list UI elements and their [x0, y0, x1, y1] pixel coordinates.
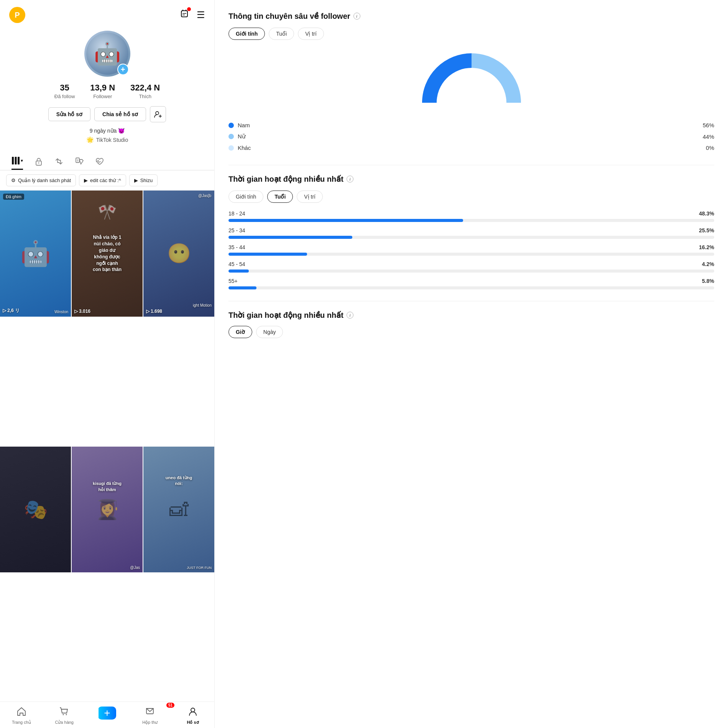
- shizu-button[interactable]: ▶ Shizu: [129, 174, 158, 186]
- activity-info-icon-1[interactable]: i: [347, 176, 353, 182]
- nav-create[interactable]: +: [86, 705, 129, 726]
- divider-2: [228, 301, 714, 301]
- age-range-55plus: 55+: [228, 278, 238, 284]
- activity-filter-age[interactable]: Tuổi: [267, 191, 293, 203]
- shop-label: Cửa hàng: [55, 720, 74, 725]
- activity-filter-gender[interactable]: Giới tính: [228, 191, 263, 203]
- video-cell-6[interactable]: uneo đã từng nói: JUST FOR FUN 🛋: [143, 447, 214, 573]
- add-friend-button[interactable]: [150, 106, 166, 122]
- tiktok-studio-link[interactable]: 🌟 TikTok Studio: [86, 136, 128, 143]
- age-range-45-54: 45 - 54: [228, 261, 245, 267]
- video-pinned-badge: Đã ghim: [3, 194, 24, 200]
- share-profile-button[interactable]: Chia sẻ hồ sơ: [94, 107, 146, 121]
- avatar-add-button[interactable]: +: [117, 64, 129, 75]
- menu-icon[interactable]: ☰: [197, 10, 205, 20]
- age-header-25-34: 25 - 34 25.5%: [228, 227, 714, 233]
- follower-filter-tabs: Giới tính Tuổi Vị trí: [228, 28, 714, 40]
- activity-info-icon-2[interactable]: i: [347, 312, 353, 319]
- age-row-45-54: 45 - 54 4.2%: [228, 261, 714, 273]
- profile-label: Hồ sơ: [187, 720, 199, 725]
- age-pct-18-24: 48.3%: [699, 210, 714, 217]
- bar-track-55plus: [228, 286, 714, 289]
- tabs-row: ▾: [0, 153, 214, 171]
- bar-fill-25-34: [228, 236, 352, 239]
- video-cell-1[interactable]: Đã ghim ▷2,6 リ Winston 🤖: [0, 191, 71, 317]
- male-label: Nam: [238, 122, 250, 128]
- filter-age[interactable]: Tuổi: [269, 28, 294, 40]
- video-cell-4[interactable]: 🎭: [0, 447, 71, 573]
- time-filter-tabs: Giờ Ngày: [228, 326, 714, 338]
- followers-value: 13,9 N: [90, 83, 115, 93]
- filter-gender[interactable]: Giới tính: [228, 28, 265, 40]
- video-overlay-2: Nhả vía lớp 1 nùi cháo, có giáo dư không…: [89, 234, 125, 273]
- nav-home[interactable]: Trang chủ: [0, 705, 43, 726]
- svg-point-16: [62, 714, 64, 715]
- edit-profile-button[interactable]: Sửa hồ sơ: [48, 107, 90, 121]
- edit-button[interactable]: ▶ edit các thứ :^: [79, 174, 126, 186]
- tab-liked[interactable]: [95, 153, 104, 169]
- bio-text: 9 ngày nữa 😈: [90, 128, 125, 134]
- inbox-badge: 51: [166, 703, 174, 708]
- profile-icon: [188, 707, 198, 719]
- top-bar-right: ☰: [179, 8, 205, 22]
- tab-videos[interactable]: ▾: [12, 153, 23, 170]
- top-bar: P ☰: [0, 0, 214, 27]
- followers-label: Follower: [93, 94, 112, 99]
- top-bar-left: P: [9, 7, 25, 23]
- bar-fill-55plus: [228, 286, 256, 289]
- bar-fill-18-24: [228, 219, 463, 222]
- create-button[interactable]: +: [98, 707, 116, 720]
- activity-title-2: Thời gian hoạt động nhiều nhất i: [228, 311, 714, 320]
- male-dot: [228, 123, 234, 128]
- plus-icon: +: [104, 708, 110, 718]
- following-value: 35: [60, 83, 69, 93]
- svg-point-5: [156, 112, 159, 115]
- age-row-55plus: 55+ 5.8%: [228, 278, 714, 289]
- video-cell-2[interactable]: Nhả vía lớp 1 nùi cháo, có giáo dư không…: [72, 191, 143, 317]
- age-range-35-44: 35 - 44: [228, 244, 245, 250]
- other-label: Khác: [238, 145, 251, 151]
- bar-fill-45-54: [228, 270, 249, 273]
- age-pct-35-44: 16.2%: [699, 244, 714, 250]
- follower-info-icon[interactable]: i: [353, 13, 360, 20]
- tab-tagged[interactable]: [75, 153, 84, 169]
- notification-icon[interactable]: [179, 8, 190, 22]
- legend-list: Nam 56% Nữ 44% Khác 0%: [228, 120, 714, 153]
- video-cell-3[interactable]: ▷1.698 ight Motion @Jas[b 😶: [143, 191, 214, 317]
- shizu-label: Shizu: [140, 177, 153, 183]
- tab-reposts[interactable]: [54, 153, 64, 169]
- right-panel: Thông tin chuyên sâu về follower i Giới …: [215, 0, 728, 728]
- video-cell-5[interactable]: kisugi đã từng hỏi thăm @Jas 👩‍🎓: [72, 447, 143, 573]
- stat-following: 35 Đã follow: [54, 83, 75, 99]
- left-panel: P ☰ 🤖 + 35 Đã: [0, 0, 215, 728]
- age-row-25-34: 25 - 34 25.5%: [228, 227, 714, 239]
- svg-rect-13: [76, 158, 79, 163]
- age-header-45-54: 45 - 54 4.2%: [228, 261, 714, 267]
- bar-track-45-54: [228, 270, 714, 273]
- tab-private[interactable]: [35, 153, 43, 169]
- nav-shop[interactable]: Cửa hàng: [43, 705, 86, 726]
- nav-inbox[interactable]: 51 Hộp thư: [128, 705, 171, 726]
- shop-icon: [59, 707, 69, 719]
- age-header-18-24: 18 - 24 48.3%: [228, 210, 714, 217]
- legend-female: Nữ 44%: [228, 131, 714, 142]
- svg-rect-8: [12, 157, 14, 164]
- watermark-6: JUST FOR FUN: [187, 566, 212, 570]
- watermark-3: ight Motion: [193, 303, 212, 307]
- edit-label: edit các thứ :^: [90, 177, 121, 183]
- filter-hour[interactable]: Giờ: [228, 326, 252, 338]
- age-row-18-24: 18 - 24 48.3%: [228, 210, 714, 222]
- bottom-nav: Trang chủ Cửa hàng +: [0, 702, 214, 728]
- home-label: Trang chủ: [12, 720, 31, 725]
- age-pct-25-34: 25.5%: [699, 227, 714, 233]
- action-buttons: Sửa hồ sơ Chia sẻ hồ sơ: [48, 106, 166, 122]
- profile-section: 🤖 + 35 Đã follow 13,9 N Follower 322,4 N…: [0, 27, 214, 150]
- nav-profile[interactable]: Hồ sơ: [171, 705, 214, 726]
- activity-filter-location[interactable]: Vị trí: [297, 191, 323, 203]
- manage-playlist-button[interactable]: ⚙ Quản lý danh sách phát: [6, 174, 76, 186]
- filter-day[interactable]: Ngày: [256, 326, 283, 338]
- stat-followers: 13,9 N Follower: [90, 83, 115, 99]
- filter-location[interactable]: Vị trí: [298, 28, 324, 40]
- legend-other: Khác 0%: [228, 142, 714, 153]
- following-label: Đã follow: [54, 94, 75, 99]
